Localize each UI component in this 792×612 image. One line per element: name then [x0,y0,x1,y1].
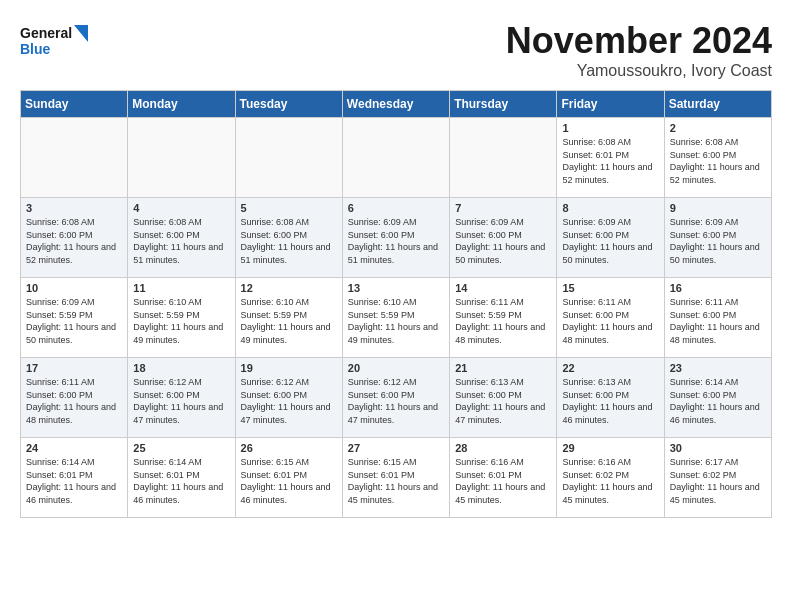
day-info: Sunrise: 6:16 AM Sunset: 6:02 PM Dayligh… [562,456,658,506]
svg-marker-2 [74,25,88,42]
day-info: Sunrise: 6:16 AM Sunset: 6:01 PM Dayligh… [455,456,551,506]
day-number: 18 [133,362,229,374]
calendar-cell: 25Sunrise: 6:14 AM Sunset: 6:01 PM Dayli… [128,438,235,518]
day-number: 26 [241,442,337,454]
calendar-cell: 5Sunrise: 6:08 AM Sunset: 6:00 PM Daylig… [235,198,342,278]
calendar-cell: 9Sunrise: 6:09 AM Sunset: 6:00 PM Daylig… [664,198,771,278]
title-area: November 2024 Yamoussoukro, Ivory Coast [506,20,772,80]
day-header-friday: Friday [557,91,664,118]
calendar-week-row: 3Sunrise: 6:08 AM Sunset: 6:00 PM Daylig… [21,198,772,278]
day-number: 19 [241,362,337,374]
calendar-cell: 8Sunrise: 6:09 AM Sunset: 6:00 PM Daylig… [557,198,664,278]
calendar-week-row: 17Sunrise: 6:11 AM Sunset: 6:00 PM Dayli… [21,358,772,438]
day-info: Sunrise: 6:11 AM Sunset: 6:00 PM Dayligh… [562,296,658,346]
day-info: Sunrise: 6:09 AM Sunset: 5:59 PM Dayligh… [26,296,122,346]
day-number: 20 [348,362,444,374]
day-number: 12 [241,282,337,294]
calendar-cell: 20Sunrise: 6:12 AM Sunset: 6:00 PM Dayli… [342,358,449,438]
day-info: Sunrise: 6:13 AM Sunset: 6:00 PM Dayligh… [455,376,551,426]
day-info: Sunrise: 6:09 AM Sunset: 6:00 PM Dayligh… [348,216,444,266]
day-number: 15 [562,282,658,294]
calendar-cell: 29Sunrise: 6:16 AM Sunset: 6:02 PM Dayli… [557,438,664,518]
calendar-cell [21,118,128,198]
day-info: Sunrise: 6:12 AM Sunset: 6:00 PM Dayligh… [133,376,229,426]
day-info: Sunrise: 6:10 AM Sunset: 5:59 PM Dayligh… [241,296,337,346]
day-info: Sunrise: 6:10 AM Sunset: 5:59 PM Dayligh… [348,296,444,346]
day-number: 22 [562,362,658,374]
calendar-cell [235,118,342,198]
calendar-cell: 16Sunrise: 6:11 AM Sunset: 6:00 PM Dayli… [664,278,771,358]
location-subtitle: Yamoussoukro, Ivory Coast [506,62,772,80]
day-number: 7 [455,202,551,214]
calendar-cell: 3Sunrise: 6:08 AM Sunset: 6:00 PM Daylig… [21,198,128,278]
day-info: Sunrise: 6:15 AM Sunset: 6:01 PM Dayligh… [348,456,444,506]
calendar-cell: 17Sunrise: 6:11 AM Sunset: 6:00 PM Dayli… [21,358,128,438]
day-number: 10 [26,282,122,294]
day-header-wednesday: Wednesday [342,91,449,118]
day-info: Sunrise: 6:13 AM Sunset: 6:00 PM Dayligh… [562,376,658,426]
day-number: 28 [455,442,551,454]
day-number: 3 [26,202,122,214]
calendar-cell: 4Sunrise: 6:08 AM Sunset: 6:00 PM Daylig… [128,198,235,278]
calendar-table: SundayMondayTuesdayWednesdayThursdayFrid… [20,90,772,518]
day-number: 16 [670,282,766,294]
day-info: Sunrise: 6:12 AM Sunset: 6:00 PM Dayligh… [348,376,444,426]
day-number: 30 [670,442,766,454]
calendar-cell: 22Sunrise: 6:13 AM Sunset: 6:00 PM Dayli… [557,358,664,438]
calendar-cell: 14Sunrise: 6:11 AM Sunset: 5:59 PM Dayli… [450,278,557,358]
day-number: 13 [348,282,444,294]
calendar-cell: 21Sunrise: 6:13 AM Sunset: 6:00 PM Dayli… [450,358,557,438]
calendar-cell [342,118,449,198]
calendar-cell: 11Sunrise: 6:10 AM Sunset: 5:59 PM Dayli… [128,278,235,358]
day-info: Sunrise: 6:14 AM Sunset: 6:01 PM Dayligh… [133,456,229,506]
day-number: 24 [26,442,122,454]
calendar-week-row: 1Sunrise: 6:08 AM Sunset: 6:01 PM Daylig… [21,118,772,198]
month-title: November 2024 [506,20,772,62]
day-number: 8 [562,202,658,214]
calendar-cell: 1Sunrise: 6:08 AM Sunset: 6:01 PM Daylig… [557,118,664,198]
day-header-saturday: Saturday [664,91,771,118]
day-number: 21 [455,362,551,374]
calendar-cell: 6Sunrise: 6:09 AM Sunset: 6:00 PM Daylig… [342,198,449,278]
day-info: Sunrise: 6:12 AM Sunset: 6:00 PM Dayligh… [241,376,337,426]
header: GeneralBlue November 2024 Yamoussoukro, … [20,20,772,80]
calendar-cell: 12Sunrise: 6:10 AM Sunset: 5:59 PM Dayli… [235,278,342,358]
calendar-cell: 19Sunrise: 6:12 AM Sunset: 6:00 PM Dayli… [235,358,342,438]
calendar-week-row: 10Sunrise: 6:09 AM Sunset: 5:59 PM Dayli… [21,278,772,358]
calendar-header-row: SundayMondayTuesdayWednesdayThursdayFrid… [21,91,772,118]
day-header-thursday: Thursday [450,91,557,118]
svg-text:Blue: Blue [20,41,51,57]
day-number: 14 [455,282,551,294]
calendar-cell: 26Sunrise: 6:15 AM Sunset: 6:01 PM Dayli… [235,438,342,518]
calendar-cell: 30Sunrise: 6:17 AM Sunset: 6:02 PM Dayli… [664,438,771,518]
calendar-cell: 13Sunrise: 6:10 AM Sunset: 5:59 PM Dayli… [342,278,449,358]
day-info: Sunrise: 6:15 AM Sunset: 6:01 PM Dayligh… [241,456,337,506]
calendar-cell: 23Sunrise: 6:14 AM Sunset: 6:00 PM Dayli… [664,358,771,438]
day-info: Sunrise: 6:10 AM Sunset: 5:59 PM Dayligh… [133,296,229,346]
day-number: 25 [133,442,229,454]
day-info: Sunrise: 6:14 AM Sunset: 6:01 PM Dayligh… [26,456,122,506]
day-number: 17 [26,362,122,374]
calendar-cell: 2Sunrise: 6:08 AM Sunset: 6:00 PM Daylig… [664,118,771,198]
day-info: Sunrise: 6:09 AM Sunset: 6:00 PM Dayligh… [670,216,766,266]
day-info: Sunrise: 6:08 AM Sunset: 6:00 PM Dayligh… [26,216,122,266]
day-info: Sunrise: 6:11 AM Sunset: 6:00 PM Dayligh… [670,296,766,346]
day-info: Sunrise: 6:11 AM Sunset: 5:59 PM Dayligh… [455,296,551,346]
day-number: 29 [562,442,658,454]
calendar-cell: 15Sunrise: 6:11 AM Sunset: 6:00 PM Dayli… [557,278,664,358]
day-info: Sunrise: 6:09 AM Sunset: 6:00 PM Dayligh… [455,216,551,266]
day-info: Sunrise: 6:08 AM Sunset: 6:00 PM Dayligh… [133,216,229,266]
logo-svg: GeneralBlue [20,20,90,60]
calendar-cell: 28Sunrise: 6:16 AM Sunset: 6:01 PM Dayli… [450,438,557,518]
svg-text:General: General [20,25,72,41]
logo: GeneralBlue [20,20,90,60]
day-number: 2 [670,122,766,134]
calendar-cell [450,118,557,198]
day-number: 11 [133,282,229,294]
day-number: 9 [670,202,766,214]
calendar-cell [128,118,235,198]
calendar-cell: 10Sunrise: 6:09 AM Sunset: 5:59 PM Dayli… [21,278,128,358]
day-info: Sunrise: 6:17 AM Sunset: 6:02 PM Dayligh… [670,456,766,506]
day-number: 6 [348,202,444,214]
day-number: 23 [670,362,766,374]
